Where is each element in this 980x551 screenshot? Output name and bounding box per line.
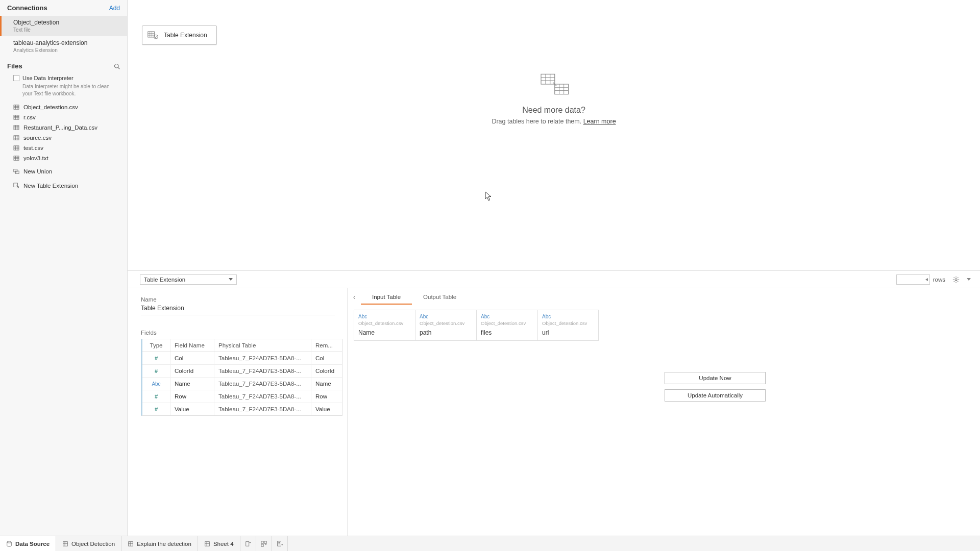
- union-icon: [13, 168, 19, 174]
- tab-input-table[interactable]: Input Table: [361, 290, 412, 305]
- sheet-tab[interactable]: Explain the detection: [121, 536, 198, 551]
- worksheet-icon: [62, 541, 68, 547]
- connection-name: Object_detestion: [13, 18, 120, 27]
- files-title: Files: [7, 62, 22, 70]
- col-header-field-name[interactable]: Field Name: [170, 339, 214, 352]
- column-type: Abc: [420, 314, 472, 319]
- connection-item-analytics-ext[interactable]: tableau-analytics-extension Analytics Ex…: [0, 36, 127, 57]
- field-name: Col: [170, 352, 214, 364]
- column-name: url: [542, 329, 594, 336]
- svg-rect-7: [14, 115, 19, 119]
- column-card[interactable]: AbcObject_detestion.csvurl: [537, 310, 599, 341]
- lower-toolbar: Table Extension rows: [128, 271, 980, 288]
- tab-label: Sheet 4: [213, 541, 234, 547]
- col-header-remote[interactable]: Rem...: [311, 339, 342, 352]
- pill-label: Table Extension: [164, 32, 207, 39]
- gear-icon[interactable]: [952, 276, 960, 283]
- column-card[interactable]: AbcObject_detestion.csvpath: [415, 310, 476, 341]
- add-connection-link[interactable]: Add: [109, 5, 120, 12]
- file-item[interactable]: Restaurant_P...ing_Data.csv: [0, 122, 127, 133]
- connection-item-object-detestion[interactable]: Object_detestion Text file: [0, 16, 127, 36]
- tab-output-table[interactable]: Output Table: [412, 290, 468, 305]
- chevron-down-icon[interactable]: [967, 278, 971, 281]
- col-header-type[interactable]: Type: [142, 339, 170, 352]
- field-type: #: [142, 390, 170, 403]
- field-name: Value: [170, 403, 214, 415]
- field-remote: Name: [311, 378, 342, 390]
- need-more-data-title: Need more data?: [426, 106, 681, 115]
- column-name: files: [481, 329, 533, 336]
- svg-rect-17: [14, 136, 19, 140]
- field-remote: Row: [311, 390, 342, 403]
- file-item[interactable]: r.csv: [0, 112, 127, 122]
- tab-data-source[interactable]: Data Source: [0, 536, 56, 551]
- arrow-right-icon: [923, 278, 928, 281]
- new-dashboard-button[interactable]: [256, 536, 272, 551]
- svg-rect-65: [264, 541, 266, 543]
- new-table-extension[interactable]: New Table Extension: [0, 180, 127, 192]
- svg-line-1: [118, 67, 119, 69]
- new-table-ext-label: New Table Extension: [23, 183, 78, 189]
- column-card[interactable]: AbcObject_detestion.csvfiles: [476, 310, 537, 341]
- relationship-canvas[interactable]: Table Extension Need more data? Drag tab…: [128, 0, 980, 270]
- sheet-tab[interactable]: Sheet 4: [198, 536, 240, 551]
- update-automatically-button[interactable]: Update Automatically: [665, 389, 766, 402]
- relate-tables-icon: [535, 71, 572, 97]
- table-row[interactable]: #ColorIdTableau_7_F24AD7E3-5DA8-...Color…: [142, 365, 342, 378]
- column-source: Object_detestion.csv: [542, 320, 594, 326]
- column-type: Abc: [481, 314, 533, 319]
- data-interpreter-label: Use Data Interpreter: [22, 75, 74, 81]
- table-selector-value: Table Extension: [144, 277, 185, 283]
- file-item[interactable]: Object_detestion.csv: [0, 102, 127, 112]
- field-name: Name: [170, 378, 214, 390]
- learn-more-link[interactable]: Learn more: [583, 118, 616, 125]
- file-label: Object_detestion.csv: [23, 104, 78, 110]
- table-extension-pill[interactable]: Table Extension: [142, 26, 217, 45]
- file-item[interactable]: yolov3.txt: [0, 153, 127, 163]
- field-remote: ColorId: [311, 365, 342, 377]
- table-icon: [13, 156, 19, 161]
- field-remote: Col: [311, 352, 342, 364]
- io-content: AbcObject_detestion.csvNameAbcObject_det…: [348, 306, 980, 536]
- data-interpreter-checkbox[interactable]: [13, 75, 19, 81]
- table-row[interactable]: #ColTableau_7_F24AD7E3-5DA8-...Col: [142, 352, 342, 365]
- fields-label: Fields: [141, 330, 337, 336]
- table-row[interactable]: #ValueTableau_7_F24AD7E3-5DA8-...Value: [142, 403, 342, 415]
- field-type: #: [142, 403, 170, 415]
- new-union[interactable]: New Union: [0, 165, 127, 178]
- field-physical-table: Tableau_7_F24AD7E3-5DA8-...: [214, 365, 311, 377]
- file-label: test.csv: [23, 145, 43, 151]
- connection-sub: Text file: [13, 27, 120, 34]
- table-row[interactable]: AbcNameTableau_7_F24AD7E3-5DA8-...Name: [142, 378, 342, 390]
- table-details: Name Table Extension Fields Type Field N…: [128, 288, 347, 536]
- new-worksheet-button[interactable]: [240, 536, 256, 551]
- svg-rect-27: [14, 156, 19, 160]
- new-story-icon: [277, 541, 283, 547]
- file-item[interactable]: source.csv: [0, 133, 127, 143]
- update-now-button[interactable]: Update Now: [665, 372, 766, 384]
- new-story-button[interactable]: [272, 536, 288, 551]
- collapse-panel-icon[interactable]: ‹: [348, 293, 361, 301]
- rows-input[interactable]: [896, 274, 930, 285]
- svg-rect-66: [261, 544, 263, 546]
- field-name: Row: [170, 390, 214, 403]
- column-name: path: [420, 329, 472, 336]
- sheet-tab[interactable]: Object Detection: [56, 536, 121, 551]
- table-row[interactable]: #RowTableau_7_F24AD7E3-5DA8-...Row: [142, 390, 342, 403]
- table-selector[interactable]: Table Extension: [140, 274, 237, 285]
- svg-rect-22: [14, 146, 19, 150]
- new-union-label: New Union: [23, 168, 52, 174]
- name-value[interactable]: Table Extension: [141, 304, 335, 315]
- column-source: Object_detestion.csv: [481, 320, 533, 326]
- search-icon[interactable]: [114, 63, 120, 69]
- field-physical-table: Tableau_7_F24AD7E3-5DA8-...: [214, 352, 311, 364]
- tab-label: Explain the detection: [137, 541, 191, 547]
- svg-rect-64: [261, 541, 263, 543]
- name-label: Name: [141, 296, 337, 303]
- col-header-physical-table[interactable]: Physical Table: [214, 339, 311, 352]
- field-type: #: [142, 352, 170, 364]
- file-item[interactable]: test.csv: [0, 143, 127, 153]
- column-source: Object_detestion.csv: [420, 320, 472, 326]
- column-card[interactable]: AbcObject_detestion.csvName: [354, 310, 415, 341]
- table-extension-icon: [13, 183, 19, 189]
